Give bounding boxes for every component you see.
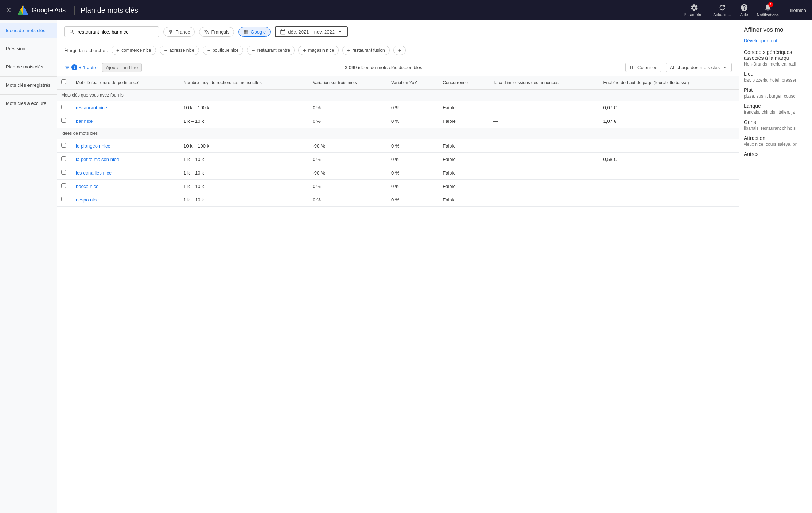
row-checkbox[interactable] <box>61 183 66 188</box>
refine-section[interactable]: Attraction vieux nice, cours saleya, pr <box>744 135 808 147</box>
active-filter-indicator[interactable]: 1 + 1 autre <box>64 64 98 70</box>
display-button[interactable]: Affichage des mots clés <box>666 63 732 72</box>
td-monthly: 1 k – 10 k <box>179 193 308 207</box>
columns-button[interactable]: Colonnes <box>625 63 661 72</box>
select-all-checkbox[interactable] <box>61 79 66 84</box>
expand-chip-more[interactable]: + <box>393 46 406 55</box>
plus-icon-4: + <box>303 47 306 53</box>
add-filter-button[interactable]: Ajouter un filtre <box>102 63 142 72</box>
refresh-nav-item[interactable]: Actualis… <box>713 4 731 17</box>
refine-section-sub: bar, pizzeria, hotel, brasser <box>744 78 808 83</box>
td-checkbox <box>57 166 71 180</box>
td-variationyoy: 0 % <box>387 114 438 128</box>
row-checkbox[interactable] <box>61 118 66 123</box>
row-checkbox[interactable] <box>61 143 66 148</box>
td-competition: Faible <box>438 114 489 128</box>
keyword-link[interactable]: nespo nice <box>76 197 99 203</box>
plus-icon-2: + <box>207 47 210 53</box>
refine-section[interactable]: Autres <box>744 151 808 157</box>
notifications-nav-item[interactable]: 1 Notifications <box>757 3 779 17</box>
keyword-link[interactable]: bocca nice <box>76 184 98 189</box>
td-competition: Faible <box>438 101 489 114</box>
close-icon[interactable]: ✕ <box>6 6 11 14</box>
sidebar-item-prevision[interactable]: Prévision <box>0 42 57 56</box>
sidebar-item-plan[interactable]: Plan de mots clés <box>0 60 57 75</box>
refine-section[interactable]: Concepts génériques associés à la marqu … <box>744 49 808 67</box>
expand-label: Élargir la recherche : <box>64 48 108 53</box>
td-competition: Faible <box>438 153 489 166</box>
search-input[interactable] <box>78 29 151 35</box>
help-icon <box>740 4 748 12</box>
refine-section[interactable]: Lieu bar, pizzeria, hotel, brasser <box>744 71 808 83</box>
th-variationyoy[interactable]: Variation YoY <box>387 76 438 89</box>
td-variationyoy: 0 % <box>387 139 438 153</box>
td-monthly: 1 k – 10 k <box>179 114 308 128</box>
plus-icon-5: + <box>347 47 350 53</box>
keyword-link[interactable]: la petite maison nice <box>76 157 119 162</box>
plus-icon-1: + <box>164 47 167 53</box>
expand-chip-2[interactable]: + boutique nice <box>203 46 244 55</box>
sidebar: Idées de mots clés Prévision Plan de mot… <box>0 20 57 513</box>
expand-chip-0[interactable]: + commerce nice <box>112 46 156 55</box>
logo: Google Ads <box>17 4 66 16</box>
refine-section[interactable]: Gens libanais, restaurant chinois <box>744 119 808 131</box>
settings-nav-item[interactable]: Paramètres <box>684 4 704 17</box>
expand-chip-1[interactable]: + adresse nice <box>160 46 199 55</box>
network-filter[interactable]: Google <box>238 27 271 37</box>
sidebar-item-keyword-ideas[interactable]: Idées de mots clés <box>0 23 57 38</box>
th-competition[interactable]: Concurrence <box>438 76 489 89</box>
nav-actions: Paramètres Actualis… Aide 1 Notification… <box>684 3 806 17</box>
td-bid: — <box>599 180 739 193</box>
expand-chip-5[interactable]: + restaurant fusion <box>342 46 390 55</box>
help-nav-item[interactable]: Aide <box>740 4 748 17</box>
location-filter[interactable]: France <box>163 27 195 37</box>
td-monthly: 1 k – 10 k <box>179 153 308 166</box>
language-icon <box>204 29 209 34</box>
row-checkbox[interactable] <box>61 170 66 175</box>
plus-icon: + <box>116 47 119 53</box>
sidebar-item-excluded-keywords[interactable]: Mots clés à exclure <box>0 96 57 111</box>
td-variation3m: -90 % <box>308 166 387 180</box>
expand-chip-4[interactable]: + magasin nice <box>298 46 339 55</box>
refine-section[interactable]: Plat pizza, sushi, burger, cousc <box>744 87 808 99</box>
expand-chip-3[interactable]: + restaurant centre <box>247 46 295 55</box>
td-bid: — <box>599 193 739 207</box>
keyword-link[interactable]: bar nice <box>76 118 93 124</box>
chevron-down-display-icon <box>722 64 728 70</box>
td-bid: 0,07 € <box>599 101 739 114</box>
th-bid[interactable]: Enchère de haut de page (fourchette bass… <box>599 76 739 89</box>
td-bid: 0,58 € <box>599 153 739 166</box>
search-box[interactable] <box>64 26 159 37</box>
td-competition: Faible <box>438 139 489 153</box>
expand-all-link[interactable]: Développer tout <box>744 38 808 43</box>
refresh-label: Actualis… <box>713 12 731 17</box>
main-layout: Idées de mots clés Prévision Plan de mot… <box>0 20 812 513</box>
th-keyword[interactable]: Mot clé (par ordre de pertinence) <box>71 76 179 89</box>
td-variationyoy: 0 % <box>387 193 438 207</box>
keyword-link[interactable]: restaurant nice <box>76 105 107 110</box>
app-name: Google Ads <box>32 7 66 14</box>
td-keyword: bar nice <box>71 114 179 128</box>
keyword-link[interactable]: les canailles nice <box>76 170 112 176</box>
table-row: nespo nice1 k – 10 k0 %0 %Faible—— <box>57 193 739 207</box>
td-competition: Faible <box>438 193 489 207</box>
keyword-link[interactable]: le plongeoir nice <box>76 143 110 149</box>
gear-icon <box>690 4 698 12</box>
td-keyword: bocca nice <box>71 180 179 193</box>
row-checkbox[interactable] <box>61 105 66 109</box>
location-icon <box>168 29 173 34</box>
refine-section-sub: Non-Brands, meridien, radi <box>744 62 808 67</box>
row-checkbox[interactable] <box>61 156 66 161</box>
user-avatar[interactable]: juliethiba <box>788 8 806 13</box>
th-variation3m[interactable]: Variation sur trois mois <box>308 76 387 89</box>
row-checkbox[interactable] <box>61 197 66 201</box>
th-impression[interactable]: Taux d'impressions des annonces <box>489 76 599 89</box>
th-monthly[interactable]: Nombre moy. de recherches mensuelles <box>179 76 308 89</box>
columns-label: Colonnes <box>637 65 657 70</box>
date-range-filter[interactable]: déc. 2021 – nov. 2022 <box>275 26 348 37</box>
sidebar-item-saved-keywords[interactable]: Mots clés enregistrés <box>0 78 57 93</box>
td-competition: Faible <box>438 166 489 180</box>
refine-section[interactable]: Langue francais, chinois, italien, ja <box>744 103 808 115</box>
language-filter[interactable]: Français <box>199 27 234 37</box>
search-row: France Français Google déc. 2021 – nov. … <box>64 26 732 37</box>
